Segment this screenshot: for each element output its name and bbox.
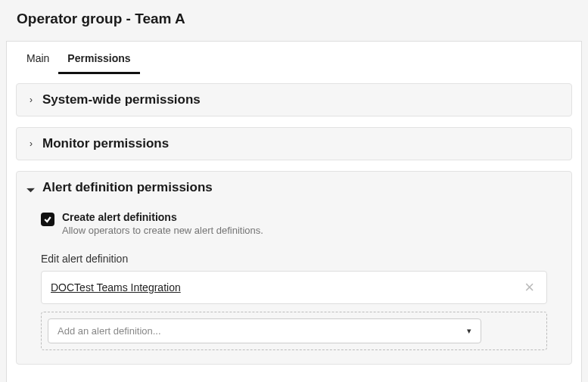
section-alert-definition: ◢ Alert definition permissions Create al…: [16, 171, 572, 365]
tab-main[interactable]: Main: [17, 42, 58, 73]
section-title: System-wide permissions: [42, 92, 201, 107]
checkbox-create-alert-definitions[interactable]: [41, 213, 54, 226]
chevron-right-icon: ›: [27, 138, 35, 149]
edit-alert-definition-label: Edit alert definition: [41, 253, 547, 265]
selected-alert-definition-link[interactable]: DOCTest Teams Integration: [51, 281, 181, 293]
tab-bar: Main Permissions: [7, 42, 581, 74]
section-title: Alert definition permissions: [42, 180, 213, 195]
permission-create-alert-definitions: Create alert definitions Allow operators…: [41, 211, 547, 236]
check-icon: [43, 215, 52, 224]
sections-container: › System-wide permissions › Monitor perm…: [7, 74, 581, 382]
section-alert-definition-body: Create alert definitions Allow operators…: [17, 203, 571, 364]
add-alert-definition-area: Add an alert definition... ▾: [41, 312, 547, 350]
chevron-down-icon: ◢: [26, 182, 37, 194]
tab-permissions[interactable]: Permissions: [58, 42, 139, 73]
page-title: Operator group - Team A: [0, 0, 588, 41]
permission-label: Create alert definitions: [62, 211, 263, 223]
section-title: Monitor permissions: [42, 136, 169, 151]
select-placeholder: Add an alert definition...: [58, 325, 161, 337]
section-system-wide: › System-wide permissions: [16, 83, 572, 116]
add-alert-definition-select[interactable]: Add an alert definition... ▾: [48, 318, 481, 343]
section-system-wide-header[interactable]: › System-wide permissions: [17, 84, 571, 116]
permission-text: Create alert definitions Allow operators…: [62, 211, 263, 236]
section-monitor-header[interactable]: › Monitor permissions: [17, 128, 571, 160]
remove-selected-icon[interactable]: ×: [521, 279, 537, 296]
permissions-panel: Main Permissions › System-wide permissio…: [6, 41, 582, 382]
section-alert-definition-header[interactable]: ◢ Alert definition permissions: [17, 172, 571, 203]
selected-alert-definition: DOCTest Teams Integration ×: [41, 271, 547, 304]
permission-description: Allow operators to create new alert defi…: [62, 225, 263, 236]
chevron-down-icon: ▾: [467, 326, 471, 336]
section-monitor: › Monitor permissions: [16, 127, 572, 160]
chevron-right-icon: ›: [27, 95, 35, 105]
